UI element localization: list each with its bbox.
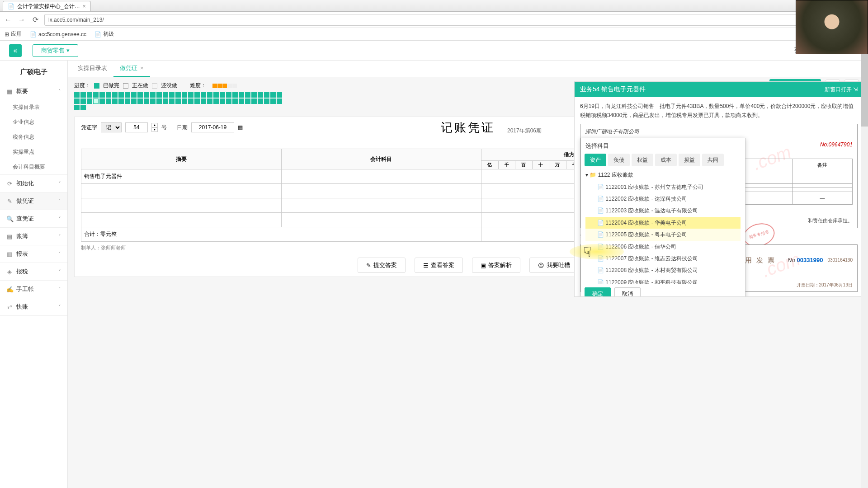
progress-cell[interactable] [277,92,282,98]
category-dropdown[interactable]: 商贸零售 ▾ [33,44,78,57]
progress-cell[interactable] [207,99,212,104]
progress-cell[interactable] [106,92,111,98]
tab-catalog[interactable]: 实操目录表 [71,61,113,77]
progress-cell[interactable] [220,92,225,98]
sidebar-item-2[interactable]: ✎做凭证˅ [0,192,67,210]
progress-cell[interactable] [112,99,118,104]
progress-cell[interactable] [163,99,168,104]
progress-cell[interactable] [118,92,124,98]
picker-tab-pl[interactable]: 损益 [679,154,700,166]
progress-cell[interactable] [118,99,124,104]
voucher-word-select[interactable]: 记 [101,122,122,132]
sidebar-sub[interactable]: 税务信息 [0,130,67,145]
account-item[interactable]: 📄 1122007 应收账款 - 维志云达科技公司 [585,253,741,264]
voucher-date-input[interactable] [191,122,234,132]
progress-cell[interactable] [137,99,143,104]
view-answer-button[interactable]: ☰ 查看答案 [415,258,463,273]
video-overlay[interactable] [796,0,868,54]
progress-cell[interactable] [213,99,219,104]
progress-cell[interactable] [226,99,231,104]
sidebar-item-8[interactable]: ⇄快账˅ [0,298,67,315]
progress-cell[interactable] [245,99,250,104]
calendar-icon[interactable]: ▦ [238,124,243,131]
progress-cell[interactable] [163,92,168,98]
progress-cell[interactable] [144,99,149,104]
progress-cell[interactable] [213,92,219,98]
reload-icon[interactable]: ⟳ [31,15,40,24]
progress-cell[interactable] [169,92,175,98]
scrollbar-thumb[interactable] [861,45,868,127]
apps-icon[interactable]: ⊞ 应用 [5,30,22,38]
progress-cell[interactable] [182,92,187,98]
progress-cell[interactable] [131,92,137,98]
progress-cell[interactable] [232,92,238,98]
account-item[interactable]: 📄 1122008 应收账款 - 木村商贸有限公司 [585,264,741,276]
account-item[interactable]: 📄 1122004 应收账款 - 华美电子公司 [585,217,741,229]
progress-cell[interactable] [220,99,225,104]
confirm-button[interactable]: 确定 [585,287,611,296]
sidebar-item-7[interactable]: ✍手工帐˅ [0,281,67,298]
step-up-icon[interactable]: ▴ [151,123,158,127]
progress-cell[interactable] [182,99,187,104]
progress-cell[interactable] [207,92,212,98]
progress-cell[interactable] [156,92,162,98]
account-item[interactable]: 📄 1122003 应收账款 - 温达电子有限公司 [585,205,741,216]
step-down-icon[interactable]: ▾ [151,127,158,132]
sidebar-item-5[interactable]: ▥报表˅ [0,245,67,263]
progress-cell[interactable] [251,99,257,104]
picker-tab-common[interactable]: 共同 [702,154,724,166]
account-item[interactable]: 📄 1122005 应收账款 - 粤丰电子公司 [585,229,741,240]
picker-tab-cost[interactable]: 成本 [655,154,677,166]
progress-cell[interactable] [264,92,269,98]
bookmark-item[interactable]: 📄 acc5com.gensee.cc [30,31,86,38]
progress-cell[interactable] [125,99,130,104]
page-scrollbar[interactable] [861,41,868,488]
account-item[interactable]: 📄 1122006 应收账款 - 佳华公司 [585,241,741,253]
account-item[interactable]: 📄 1122002 应收账款 - 达深科技公司 [585,193,741,205]
bookmark-item[interactable]: 📄 初级 [94,30,114,38]
progress-cell[interactable] [264,99,269,104]
progress-cell[interactable] [137,92,143,98]
back-icon[interactable]: ← [4,15,13,24]
progress-cell[interactable] [93,92,99,98]
cancel-button[interactable]: 取消 [614,287,641,296]
url-bar[interactable]: lx.acc5.com/main_213/ [44,14,864,26]
collapse-sidebar-icon[interactable]: « [9,44,22,57]
submit-answer-button[interactable]: ✎ 提交答案 [358,258,406,273]
progress-grid[interactable] [74,92,287,110]
progress-cell[interactable] [99,92,105,98]
progress-cell[interactable] [239,92,244,98]
progress-cell[interactable] [232,99,238,104]
sidebar-item-4[interactable]: ▤账簿˅ [0,228,67,245]
open-new-window-button[interactable]: 新窗口打开 ⇲ [825,86,858,94]
sidebar-item-6[interactable]: ◈报税˅ [0,263,67,280]
progress-cell[interactable] [175,92,181,98]
sidebar-item-0[interactable]: ▦概要˄ [0,83,67,100]
browser-tab[interactable]: 📄 会计学堂实操中心_会计… × [3,1,91,11]
account-tree[interactable]: ▾ 📁 1122 应收账款 📄 1122001 应收账款 - 苏州立古德电子公司… [581,166,745,284]
subject-cell[interactable] [281,169,481,184]
close-icon[interactable]: × [140,65,144,71]
progress-cell[interactable] [99,99,105,104]
progress-cell[interactable] [87,92,92,98]
sidebar-item-1[interactable]: ⟳初始化˅ [0,175,67,192]
progress-cell[interactable] [194,99,200,104]
tree-parent-node[interactable]: ▾ 📁 1122 应收账款 [585,169,741,181]
tab-voucher[interactable]: 做凭证× [113,61,150,77]
progress-cell[interactable] [80,105,86,110]
progress-cell[interactable] [80,92,86,98]
progress-cell[interactable] [258,92,263,98]
progress-cell[interactable] [74,92,80,98]
progress-cell[interactable] [125,92,130,98]
progress-cell[interactable] [251,92,257,98]
progress-cell[interactable] [150,92,156,98]
progress-cell[interactable] [188,92,193,98]
progress-cell[interactable] [201,92,206,98]
summary-cell[interactable]: 销售电子元器件 [81,169,282,184]
progress-cell[interactable] [270,99,276,104]
sidebar-sub[interactable]: 实操重点 [0,145,67,160]
picker-tab-equity[interactable]: 权益 [632,154,653,166]
account-item[interactable]: 📄 1122001 应收账款 - 苏州立古德电子公司 [585,181,741,193]
progress-cell[interactable] [188,99,193,104]
progress-cell[interactable] [150,99,156,104]
